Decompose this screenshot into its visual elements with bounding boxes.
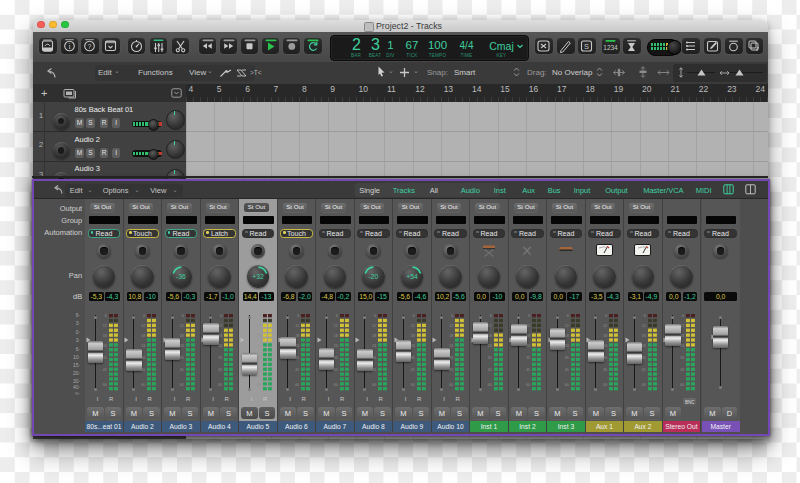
- svg-text:i: i: [68, 42, 71, 51]
- svg-text:?: ?: [88, 43, 92, 50]
- svg-text:S: S: [584, 42, 589, 51]
- svg-text:1234: 1234: [603, 44, 618, 51]
